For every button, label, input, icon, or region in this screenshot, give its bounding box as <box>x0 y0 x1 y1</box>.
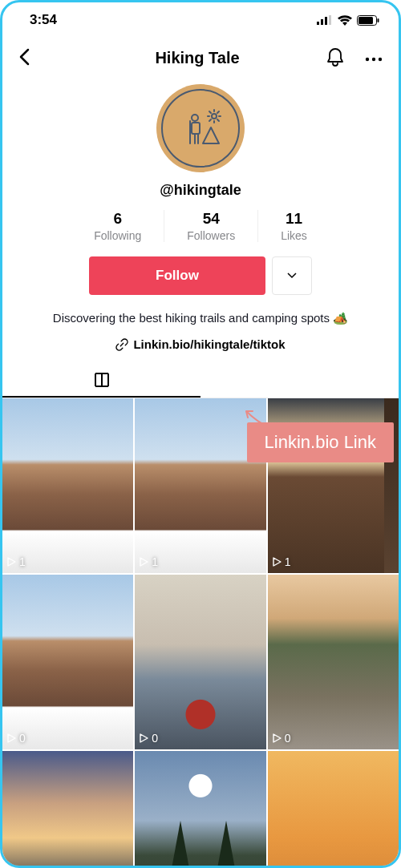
view-count: 1 <box>7 555 26 568</box>
play-icon <box>140 733 148 743</box>
bio-link[interactable]: Linkin.bio/hikingtale/tiktok <box>2 337 399 351</box>
followers-count: 54 <box>187 210 235 228</box>
svg-rect-11 <box>192 123 200 134</box>
play-icon <box>273 733 282 743</box>
following-stat[interactable]: 6 Following <box>71 210 164 242</box>
svg-rect-0 <box>317 22 319 25</box>
bio-text: Discovering the best hiking trails and c… <box>2 309 399 326</box>
play-icon <box>273 557 282 567</box>
stats-row: 6 Following 54 Followers 11 Likes <box>2 210 399 242</box>
svg-point-12 <box>212 114 217 119</box>
following-label: Following <box>94 229 141 242</box>
view-count: 1 <box>273 555 291 568</box>
chevron-left-icon <box>18 48 30 66</box>
video-thumbnail[interactable] <box>135 751 265 868</box>
cellular-signal-icon <box>317 15 333 25</box>
video-thumbnail[interactable] <box>268 751 399 868</box>
wifi-icon <box>338 15 352 26</box>
username[interactable]: @hikingtale <box>2 182 399 199</box>
notifications-button[interactable] <box>323 44 347 72</box>
play-icon <box>140 557 148 567</box>
bio-link-text: Linkin.bio/hikingtale/tiktok <box>133 337 285 351</box>
svg-rect-3 <box>329 15 331 25</box>
play-icon <box>7 733 16 743</box>
status-time: 3:54 <box>30 12 57 28</box>
likes-stat[interactable]: 11 Likes <box>257 210 330 242</box>
view-count: 0 <box>140 732 158 745</box>
more-button[interactable] <box>362 49 386 67</box>
followers-stat[interactable]: 54 Followers <box>164 210 257 242</box>
likes-label: Likes <box>281 229 307 242</box>
video-thumbnail[interactable]: 0 <box>2 575 133 749</box>
content-tabs <box>2 364 399 398</box>
avatar[interactable] <box>156 84 245 172</box>
battery-icon <box>357 15 379 26</box>
view-count: 0 <box>7 732 26 745</box>
video-thumbnail[interactable]: 0 <box>268 575 399 749</box>
following-count: 6 <box>94 210 141 228</box>
chevron-down-icon <box>287 273 297 279</box>
svg-point-9 <box>379 57 382 60</box>
hiker-logo-icon <box>176 103 225 153</box>
annotation-callout: Linkin.bio Link <box>247 422 394 462</box>
svg-point-8 <box>372 57 375 60</box>
likes-count: 11 <box>281 210 307 228</box>
view-count: 0 <box>273 732 291 745</box>
suggested-accounts-button[interactable] <box>272 256 312 295</box>
view-count: 1 <box>140 555 158 568</box>
grid-icon <box>94 372 110 388</box>
page-title: Hiking Tale <box>71 49 323 67</box>
followers-label: Followers <box>187 229 235 242</box>
link-icon <box>115 338 128 351</box>
bell-icon <box>326 47 344 67</box>
video-thumbnail[interactable]: 1 <box>2 398 133 573</box>
heart-lock-icon <box>292 372 308 388</box>
svg-rect-5 <box>358 17 373 24</box>
svg-rect-6 <box>378 18 379 22</box>
svg-rect-2 <box>325 17 327 25</box>
back-button[interactable] <box>15 45 33 71</box>
video-grid: 1 1 1 0 0 0 <box>2 398 399 868</box>
video-thumbnail[interactable]: 0 <box>135 575 265 749</box>
status-right <box>317 15 379 26</box>
svg-point-10 <box>192 115 198 121</box>
svg-point-7 <box>366 57 369 60</box>
status-bar: 3:54 <box>2 2 399 38</box>
ellipsis-icon <box>365 57 383 62</box>
follow-button[interactable]: Follow <box>89 256 265 295</box>
nav-bar: Hiking Tale <box>2 38 399 78</box>
tab-videos[interactable] <box>2 364 200 398</box>
video-thumbnail[interactable] <box>2 751 133 868</box>
svg-rect-1 <box>321 19 323 25</box>
play-icon <box>7 557 16 567</box>
